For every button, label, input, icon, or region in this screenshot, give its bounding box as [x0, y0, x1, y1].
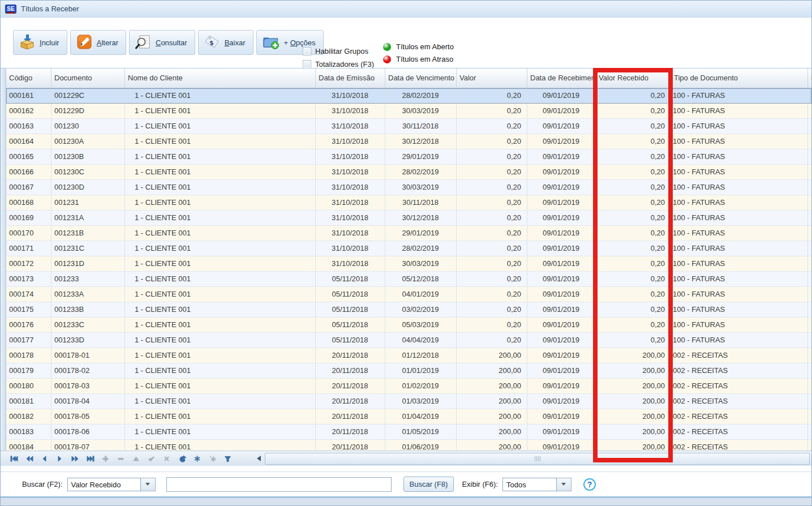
nav-bookmark-goto-button[interactable]: [205, 452, 220, 465]
nav-prior-button[interactable]: [37, 452, 52, 465]
table-cell: 0,20: [596, 119, 671, 134]
table-row[interactable]: 000175001233B1 - CLIENTE 00105/11/201803…: [6, 302, 811, 318]
green-ball-icon: [383, 43, 391, 51]
table-cell: [808, 211, 811, 225]
table-row[interactable]: 000181000178-041 - CLIENTE 00120/11/2018…: [6, 394, 811, 409]
table-cell: [808, 302, 811, 317]
table-cell: 1 - CLIENTE 001: [125, 211, 316, 225]
nav-first-button[interactable]: [6, 452, 22, 465]
table-row[interactable]: 000165001230B1 - CLIENTE 00131/10/201829…: [6, 149, 811, 165]
table-cell: 002 - RECEITAS: [671, 409, 808, 424]
search-field-combobox[interactable]: Valor Recebido: [67, 478, 156, 491]
column-header[interactable]: Valor: [457, 68, 527, 88]
column-header[interactable]: Data de Emissão: [316, 68, 385, 88]
table-row[interactable]: 0001630012301 - CLIENTE 00131/10/201830/…: [6, 119, 811, 134]
search-input[interactable]: [166, 477, 392, 492]
table-cell: 31/10/2018: [316, 88, 385, 103]
table-cell: 1 - CLIENTE 001: [125, 394, 316, 409]
table-row[interactable]: 000162001229D1 - CLIENTE 00131/10/201830…: [6, 104, 811, 119]
table-cell: 002 - RECEITAS: [671, 394, 808, 409]
table-row[interactable]: 000164001230A1 - CLIENTE 00131/10/201830…: [6, 134, 811, 149]
table-cell: 000178-07: [51, 440, 125, 451]
hscroll-thumb[interactable]: [265, 453, 810, 465]
table-row[interactable]: 0001730012331 - CLIENTE 00105/11/201805/…: [6, 272, 811, 287]
nav-fast-backward-button[interactable]: [22, 452, 37, 465]
buscar-f2-label: Buscar (F2):: [22, 480, 63, 488]
column-header[interactable]: Código: [6, 68, 51, 88]
table-cell: 000178-04: [51, 394, 125, 409]
column-header[interactable]: F: [808, 68, 811, 88]
column-header[interactable]: Nome do Cliente: [125, 68, 316, 88]
nav-fast-forward-button[interactable]: [67, 452, 83, 465]
baixar-label: Baixar: [225, 38, 246, 47]
column-header[interactable]: Documento: [51, 68, 125, 88]
table-row[interactable]: 000161001229C1 - CLIENTE 00131/10/201828…: [6, 88, 811, 104]
hscroll-left-arrow-icon[interactable]: [257, 456, 261, 461]
table-cell: 0,20: [457, 333, 527, 348]
table-row[interactable]: 0001680012311 - CLIENTE 00131/10/201830/…: [6, 195, 811, 211]
table-cell: 000177: [6, 333, 51, 348]
column-header[interactable]: Valor Recebido: [596, 68, 671, 88]
horizontal-scrollbar[interactable]: [265, 453, 810, 465]
exibir-combobox[interactable]: Todos: [502, 478, 572, 491]
totalizadores-checkbox[interactable]: Totalizadores (F3): [303, 60, 374, 68]
consultar-button[interactable]: Consultar: [129, 30, 195, 55]
table-cell: 001231D: [51, 256, 125, 271]
table-row[interactable]: 000177001233D1 - CLIENTE 00105/11/201804…: [6, 333, 811, 348]
table-row[interactable]: 000176001233C1 - CLIENTE 00105/11/201805…: [6, 318, 811, 333]
table-cell: 1 - CLIENTE 001: [125, 165, 316, 179]
nav-insert-button[interactable]: [98, 452, 113, 465]
table-cell: 002 - RECEITAS: [671, 424, 808, 439]
table-cell: 1 - CLIENTE 001: [125, 348, 316, 363]
table-row[interactable]: 000182000178-051 - CLIENTE 00120/11/2018…: [6, 409, 811, 424]
table-cell: 09/01/2019: [527, 348, 596, 363]
table-row[interactable]: 000180000178-031 - CLIENTE 00120/11/2018…: [6, 379, 811, 394]
table-row[interactable]: 000170001231B1 - CLIENTE 00131/10/201829…: [6, 226, 811, 241]
table-row[interactable]: 000172001231D1 - CLIENTE 00131/10/201830…: [6, 256, 811, 272]
table-row[interactable]: 000184000178-071 - CLIENTE 00120/11/2018…: [6, 440, 811, 451]
nav-refresh-button[interactable]: [174, 452, 190, 465]
table-cell: 100 - FATURAS: [671, 333, 808, 348]
table-cell: 0,20: [596, 241, 671, 256]
nav-delete-button[interactable]: [113, 452, 128, 465]
nav-bookmark-set-button[interactable]: [190, 452, 205, 465]
table-cell: 100 - FATURAS: [671, 318, 808, 332]
combo-dropdown-button[interactable]: [557, 478, 572, 491]
column-header[interactable]: Tipo de Documento: [671, 68, 808, 88]
table-cell: 09/01/2019: [527, 211, 596, 225]
table-cell: 1 - CLIENTE 001: [125, 180, 316, 195]
table-cell: 0,20: [596, 104, 671, 118]
table-row[interactable]: 000166001230C1 - CLIENTE 00131/10/201828…: [6, 165, 811, 180]
table-row[interactable]: 000167001230D1 - CLIENTE 00131/10/201830…: [6, 180, 811, 195]
nav-cancel-button[interactable]: [159, 452, 174, 465]
combo-dropdown-button[interactable]: [141, 478, 156, 491]
table-cell: 100 - FATURAS: [671, 195, 808, 210]
baixar-button[interactable]: $ Baixar: [198, 30, 254, 55]
nav-last-button[interactable]: [83, 452, 98, 465]
table-cell: [808, 440, 811, 451]
table-row[interactable]: 000179000178-021 - CLIENTE 00120/11/2018…: [6, 363, 811, 379]
opcoes-label: + Opções: [284, 38, 316, 47]
table-row[interactable]: 000171001231C1 - CLIENTE 00131/10/201828…: [6, 241, 811, 256]
incluir-button[interactable]: Incluir: [13, 30, 67, 55]
table-row[interactable]: 000178000178-011 - CLIENTE 00120/11/2018…: [6, 348, 811, 363]
nav-edit-button[interactable]: [128, 452, 144, 465]
nav-next-button[interactable]: [52, 452, 67, 465]
table-row[interactable]: 000169001231A1 - CLIENTE 00131/10/201830…: [6, 211, 811, 226]
table-row[interactable]: 000183000178-061 - CLIENTE 00120/11/2018…: [6, 424, 811, 440]
grid-body: 000161001229C1 - CLIENTE 00131/10/201828…: [1, 88, 811, 451]
help-icon[interactable]: ?: [583, 478, 596, 491]
table-cell: 1 - CLIENTE 001: [125, 409, 316, 424]
nav-filter-button[interactable]: [220, 452, 235, 465]
table-cell: [808, 424, 811, 439]
pencil-icon: [76, 33, 93, 52]
buscar-f8-button[interactable]: Buscar (F8): [403, 477, 454, 492]
alterar-button[interactable]: Alterar: [70, 30, 126, 55]
habilitar-grupos-checkbox[interactable]: Habilitar Grupos: [303, 47, 374, 55]
table-row[interactable]: 000174001233A1 - CLIENTE 00105/11/201804…: [6, 287, 811, 302]
table-cell: 20/11/2018: [316, 363, 385, 378]
column-header[interactable]: Data de Recebimento: [527, 68, 596, 88]
nav-post-button[interactable]: [144, 452, 159, 465]
column-header[interactable]: Data de Vencimento: [385, 68, 457, 88]
table-cell: [808, 88, 811, 103]
